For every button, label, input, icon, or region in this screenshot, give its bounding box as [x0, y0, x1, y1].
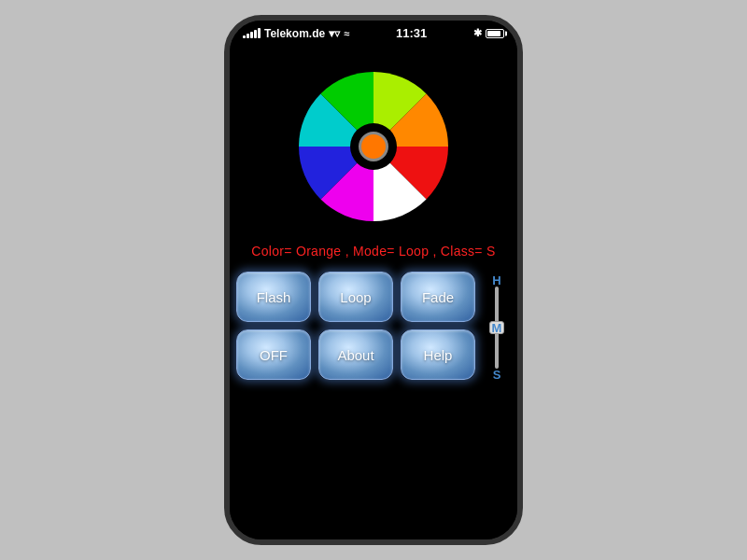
buttons-grid: Flash Loop Fade OFF About Help [236, 272, 475, 380]
fade-button[interactable]: Fade [401, 272, 475, 322]
wifi-icon: ▾▿ [329, 27, 340, 40]
status-left: Telekom.de ▾▿ ≈ [243, 27, 349, 40]
time-display: 11:31 [396, 26, 427, 40]
buttons-area: Flash Loop Fade OFF About Help H M S [236, 272, 511, 382]
about-button[interactable]: About [318, 329, 393, 380]
status-text: Color= Orange , Mode= Loop , Class= S [251, 244, 495, 259]
class-slider[interactable]: H M S [483, 273, 511, 382]
slider-label-s: S [493, 368, 501, 382]
loop-button[interactable]: Loop [318, 272, 393, 322]
help-button[interactable]: Help [401, 329, 475, 380]
bluetooth-icon: ✱ [473, 27, 482, 39]
status-right: ✱ [473, 27, 504, 39]
flash-button[interactable]: Flash [236, 272, 311, 322]
wifi-signal-icon: ≈ [344, 28, 349, 39]
signal-bars-icon [243, 28, 261, 38]
app-content: Color= Orange , Mode= Loop , Class= S Fl… [230, 44, 517, 539]
off-button[interactable]: OFF [236, 329, 311, 380]
slider-label-h: H [492, 273, 500, 287]
status-bar: Telekom.de ▾▿ ≈ 11:31 ✱ [230, 21, 517, 44]
color-wheel[interactable] [289, 63, 458, 231]
carrier-label: Telekom.de [264, 27, 325, 40]
slider-label-m: M [492, 321, 502, 335]
phone-frame: Telekom.de ▾▿ ≈ 11:31 ✱ [224, 15, 523, 545]
battery-icon [486, 29, 504, 38]
center-color-indicator[interactable] [359, 132, 388, 161]
